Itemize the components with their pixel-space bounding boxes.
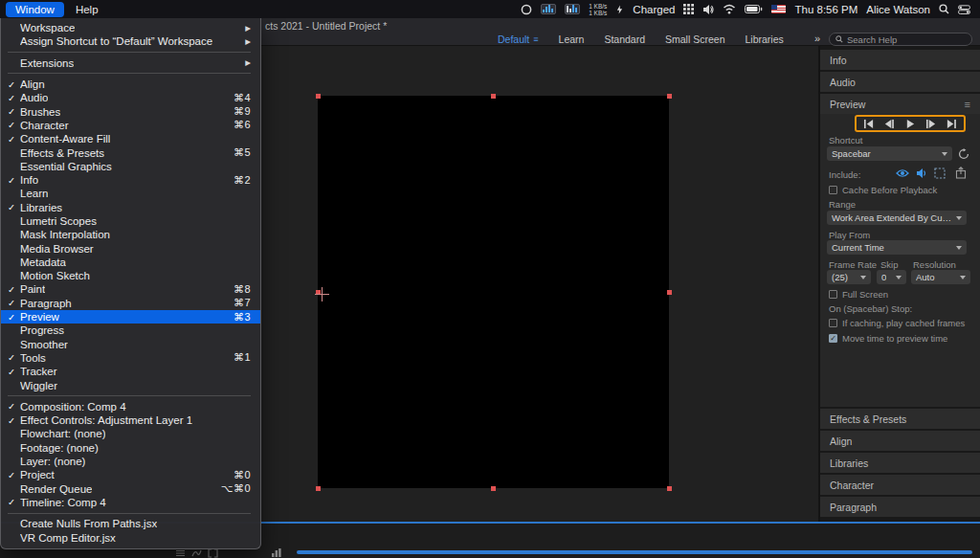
window-menu-item[interactable]: ✓ Brushes ⌘9 ▶ xyxy=(1,104,260,118)
window-menu-item[interactable]: ✓ Paragraph ⌘7 ▶ xyxy=(1,297,260,310)
wifi-icon[interactable] xyxy=(723,4,736,14)
workspace-tab[interactable]: Small Screen ≡ xyxy=(665,33,724,45)
next-frame-button[interactable] xyxy=(924,118,939,129)
panel-header[interactable]: Libraries xyxy=(820,453,980,473)
move-time-checkbox[interactable]: ✓ xyxy=(829,334,837,343)
timeline-scrollbar[interactable] xyxy=(297,550,972,554)
window-menu-item[interactable]: ✓ Workspace ▶ xyxy=(1,21,260,34)
ring-app-icon[interactable] xyxy=(521,4,532,15)
panel-header[interactable]: Effects & Presets xyxy=(820,409,980,429)
window-menu-item[interactable]: ✓ Flowchart: (none) ▶ xyxy=(1,427,260,440)
battery-icon[interactable] xyxy=(745,5,763,13)
volume-icon[interactable] xyxy=(702,4,714,15)
full-screen-row[interactable]: ✓ Full Screen xyxy=(829,289,888,300)
anchor-point-crosshair[interactable] xyxy=(315,287,329,301)
workspace-tab[interactable]: Default ≡ xyxy=(498,33,539,45)
if-caching-row[interactable]: ✓ If caching, play cached frames xyxy=(829,318,965,328)
resolution-dropdown[interactable]: Auto xyxy=(911,270,970,284)
panel-header[interactable]: Info xyxy=(820,50,980,70)
charging-bolt-icon[interactable] xyxy=(615,4,624,15)
window-menu-item[interactable]: ✓ Create Nulls From Paths.jsx ▶ xyxy=(1,517,260,530)
last-frame-button[interactable] xyxy=(944,118,959,129)
selection-handle[interactable] xyxy=(667,290,672,295)
window-menu-item[interactable]: ✓ Timeline: Comp 4 ▶ xyxy=(1,496,260,509)
menubar-clock[interactable]: Thu 8:56 PM xyxy=(794,4,858,15)
search-help-box[interactable] xyxy=(829,33,972,46)
timeline-graph-icon[interactable] xyxy=(191,548,202,558)
full-screen-checkbox[interactable]: ✓ xyxy=(829,290,837,299)
window-menu-item[interactable]: ✓ Composition: Comp 4 ▶ xyxy=(1,400,260,413)
selection-handle[interactable] xyxy=(491,486,496,491)
selection-handle[interactable] xyxy=(316,486,321,491)
network-meter-icon[interactable] xyxy=(565,4,580,14)
window-menu-item[interactable]: ✓ Essential Graphics ▶ xyxy=(1,160,260,173)
window-menu-item[interactable]: ✓ ▶ xyxy=(1,509,260,517)
window-menu-item[interactable]: ✓ Libraries ▶ xyxy=(1,201,260,214)
timeline-brackets-icon[interactable] xyxy=(208,548,218,558)
first-frame-button[interactable] xyxy=(861,118,877,129)
window-menu-item[interactable]: ✓ Audio ⌘4 ▶ xyxy=(1,91,260,104)
preview-panel-header[interactable]: Preview ≡ xyxy=(820,94,980,114)
window-menu-item[interactable]: ✓ Tracker ▶ xyxy=(1,365,260,378)
window-menu-item[interactable]: ✓ Tools ⌘1 ▶ xyxy=(1,351,260,365)
window-menu-item[interactable]: ✓ Extensions ▶ xyxy=(1,56,260,70)
network-speed[interactable]: 1 KB/s 1 KB/s xyxy=(589,3,607,16)
window-menu-item[interactable]: ✓ Info ⌘2 ▶ xyxy=(1,173,260,187)
menubar-user[interactable]: Alice Watson xyxy=(866,4,930,15)
window-menu-item[interactable]: ✓ Character ⌘6 ▶ xyxy=(1,119,260,132)
window-menu-item[interactable]: ✓ ▶ xyxy=(1,70,260,78)
panel-header[interactable]: Align xyxy=(820,431,980,451)
window-menu-item[interactable]: ✓ Metadata ▶ xyxy=(1,256,260,269)
timeline-chart-icon[interactable] xyxy=(271,547,282,558)
audio-speaker-icon[interactable] xyxy=(916,167,927,179)
layer-controls-icon[interactable] xyxy=(934,167,946,179)
shortcut-dropdown[interactable]: Spacebar xyxy=(827,146,952,161)
window-menu-item[interactable]: ✓ Effect Controls: Adjustment Layer 1 ▶ xyxy=(1,413,260,427)
window-menu-item[interactable]: ✓ Progress ▶ xyxy=(1,324,260,337)
grid-icon[interactable] xyxy=(683,4,694,14)
timeline-layers-icon[interactable] xyxy=(175,548,186,558)
control-center-icon[interactable] xyxy=(958,5,970,14)
selection-handle[interactable] xyxy=(316,94,321,99)
cache-before-playback-row[interactable]: ✓ Cache Before Playback xyxy=(829,185,937,195)
window-menu-item[interactable]: ✓ Content-Aware Fill ▶ xyxy=(1,132,260,145)
workspace-menu-icon[interactable]: ≡ xyxy=(533,34,538,44)
selection-handle[interactable] xyxy=(667,486,672,491)
window-menu-item[interactable]: ✓ Layer: (none) ▶ xyxy=(1,455,260,468)
battery-status-label[interactable]: Charged xyxy=(633,4,675,15)
reset-icon[interactable] xyxy=(958,148,969,160)
video-eye-icon[interactable] xyxy=(896,168,909,178)
window-menu-item[interactable]: ✓ Wiggler ▶ xyxy=(1,378,260,391)
window-menu-item[interactable]: ✓ Effects & Presets ⌘5 ▶ xyxy=(1,145,260,159)
window-menu-item[interactable]: ✓ Paint ⌘8 ▶ xyxy=(1,282,260,296)
workspace-tab[interactable]: Standard ≡ xyxy=(604,33,645,45)
window-menu-item[interactable]: ✓ Lumetri Scopes ▶ xyxy=(1,214,260,228)
menu-help[interactable]: Help xyxy=(66,2,108,17)
move-time-row[interactable]: ✓ Move time to preview time xyxy=(829,333,947,344)
window-menu-item[interactable]: ✓ Project ⌘0 ▶ xyxy=(1,468,260,481)
window-menu-item[interactable]: ✓ Align ▶ xyxy=(1,78,260,91)
us-flag-icon[interactable] xyxy=(771,5,786,13)
cache-checkbox[interactable]: ✓ xyxy=(829,186,837,194)
play-from-dropdown[interactable]: Current Time xyxy=(827,240,967,255)
previous-frame-button[interactable] xyxy=(881,118,897,129)
panel-header[interactable]: Audio xyxy=(820,72,980,92)
search-help-input[interactable] xyxy=(847,34,962,45)
cpu-meter-icon[interactable] xyxy=(541,4,556,14)
range-dropdown[interactable]: Work Area Extended By Current … xyxy=(827,211,967,225)
selection-handle[interactable] xyxy=(491,94,496,99)
window-menu-item[interactable]: ✓ Motion Sketch ▶ xyxy=(1,269,260,282)
menu-window[interactable]: Window xyxy=(6,2,64,17)
composition-canvas[interactable] xyxy=(318,96,669,488)
window-menu-item[interactable]: ✓ Media Browser ▶ xyxy=(1,241,260,255)
panel-header[interactable]: Character xyxy=(820,475,980,495)
window-menu-item[interactable]: ✓ ▶ xyxy=(1,49,260,56)
workspace-tab[interactable]: Learn ≡ xyxy=(559,33,585,45)
share-icon[interactable] xyxy=(955,167,967,179)
workspace-overflow-icon[interactable]: » xyxy=(814,33,820,44)
panel-menu-icon[interactable]: ≡ xyxy=(965,99,970,110)
panel-header[interactable]: Paragraph xyxy=(820,497,980,517)
window-menu-item[interactable]: ✓ Smoother ▶ xyxy=(1,338,260,351)
window-menu-item[interactable]: ✓ Assign Shortcut to “Default” Workspace… xyxy=(1,34,260,48)
spotlight-icon[interactable] xyxy=(939,4,949,14)
